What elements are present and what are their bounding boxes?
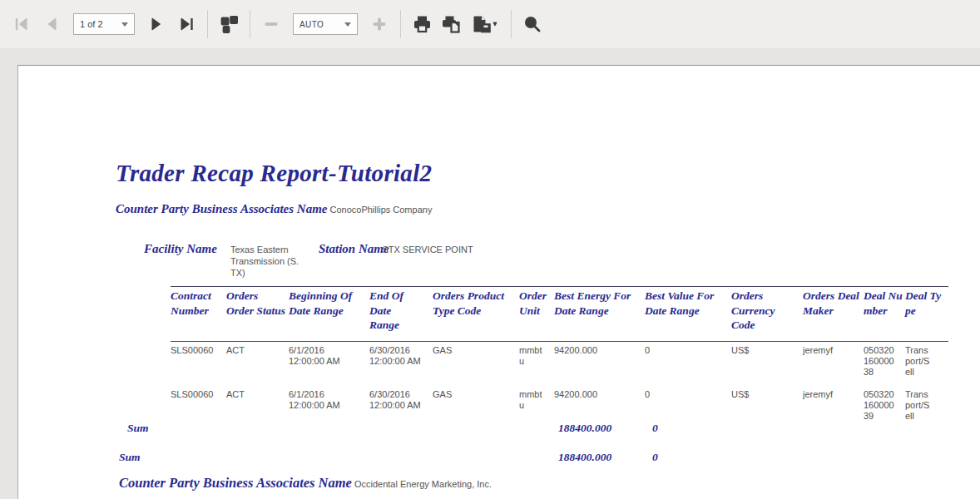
column-header: Best Value For Date Range	[645, 289, 731, 333]
multi-page-view-icon	[220, 15, 238, 33]
search-icon	[523, 15, 542, 33]
counter-party-value: ConocoPhillips Company	[329, 202, 432, 215]
counter-party-label: Counter Party Business Associates Name	[119, 475, 352, 492]
first-page-button[interactable]	[9, 9, 34, 39]
column-header: Deal Type	[905, 289, 945, 333]
table-cell: 6/1/2016 12:00:00 AM	[289, 389, 369, 433]
export-icon	[472, 15, 500, 34]
zoom-level-value: AUTO	[299, 20, 324, 29]
table-cell: jeremyf	[803, 345, 864, 389]
group-sum-best-energy: 188400.000	[558, 422, 611, 435]
table-cell: jeremyf	[803, 389, 864, 433]
counter-party-label: Counter Party Business Associates Name	[116, 202, 327, 216]
table-cell: 05032016000039	[864, 389, 905, 433]
group-sum-best-value: 0	[652, 422, 658, 435]
last-page-button[interactable]	[174, 9, 199, 39]
multi-page-view-button[interactable]	[216, 9, 241, 39]
toolbar-separator	[511, 10, 512, 38]
print-button[interactable]	[409, 9, 434, 39]
table-header-rule	[171, 341, 948, 342]
previous-page-button[interactable]	[39, 9, 64, 39]
counter-party-row-1: Counter Party Business Associates Name C…	[116, 202, 432, 216]
last-page-icon	[178, 16, 195, 32]
first-page-icon	[13, 16, 30, 32]
print-layout-icon	[442, 15, 462, 34]
table-cell: SLS00060	[171, 345, 226, 389]
toolbar-separator	[400, 10, 401, 38]
report-toolbar: 1 of 2 A	[0, 0, 980, 48]
search-button[interactable]	[520, 9, 545, 39]
toolbar-separator	[250, 10, 250, 38]
report-title: Trader Recap Report-Tutorial2	[116, 160, 432, 187]
table-cell: ACT	[226, 345, 289, 389]
report-sum-label: Sum	[119, 451, 141, 464]
export-button[interactable]	[469, 9, 502, 39]
table-cell: ACT	[226, 389, 289, 433]
station-name-value: STX SERVICE POINT	[378, 245, 478, 256]
table-cell: GAS	[433, 389, 519, 433]
next-page-button[interactable]	[144, 9, 169, 39]
counter-party-value: Occidental Energy Marketing, Inc.	[354, 475, 492, 489]
table-body: SLS00060ACT6/1/2016 12:00:00 AM6/30/2016…	[171, 345, 945, 433]
facility-name-value: Texas Eastern Transmission (S. TX)	[230, 245, 302, 279]
table-cell: US$	[731, 389, 803, 433]
chevron-down-icon	[344, 22, 351, 27]
report-sum-best-value: 0	[652, 451, 658, 464]
table-cell: 6/1/2016 12:00:00 AM	[289, 345, 369, 389]
report-viewport[interactable]: Trader Recap Report-Tutorial2 Counter Pa…	[0, 48, 980, 499]
column-header: Contract Number	[171, 289, 226, 333]
page-number-value: 1 of 2	[80, 19, 103, 29]
table-top-rule	[171, 286, 948, 287]
table-cell: 6/30/2016 12:00:00 AM	[369, 345, 433, 389]
column-header: Orders Deal Maker	[803, 289, 864, 333]
facility-name-label: Facility Name	[144, 242, 217, 256]
zoom-out-button[interactable]	[259, 9, 284, 39]
column-header: Beginning Of Date Range	[289, 289, 369, 333]
table-cell: 6/30/2016 12:00:00 AM	[369, 389, 433, 433]
print-icon	[413, 15, 432, 34]
column-header: Orders Product Type Code	[433, 289, 519, 333]
table-cell: Transport/Sell	[905, 345, 945, 389]
column-header: Order Unit	[519, 289, 554, 333]
table-header-row: Contract NumberOrders Order StatusBeginn…	[171, 289, 945, 333]
report-sum-best-energy: 188400.000	[558, 451, 611, 464]
table-cell: 0	[645, 345, 731, 389]
counter-party-row-2: Counter Party Business Associates Name O…	[119, 475, 492, 492]
print-layout-button[interactable]	[439, 9, 464, 39]
previous-page-icon	[43, 16, 60, 32]
table-row: SLS00060ACT6/1/2016 12:00:00 AM6/30/2016…	[171, 345, 945, 389]
group-sum-label: Sum	[127, 422, 149, 435]
column-header: Orders Order Status	[226, 289, 289, 333]
column-header: Best Energy For Date Range	[554, 289, 645, 333]
table-cell: GAS	[433, 345, 519, 389]
column-header: Orders Currency Code	[731, 289, 803, 333]
table-cell: mmbtu	[519, 345, 554, 389]
column-header: End Of Date Range	[369, 289, 433, 333]
table-cell: US$	[731, 345, 803, 389]
zoom-level-select[interactable]: AUTO	[293, 13, 358, 35]
next-page-icon	[148, 16, 165, 32]
table-cell: 05032016000038	[864, 345, 905, 389]
column-header: Deal Number	[864, 289, 905, 333]
table-cell: mmbtu	[519, 389, 554, 433]
zoom-in-icon	[371, 16, 388, 32]
table-cell: SLS00060	[171, 389, 226, 433]
page-number-select[interactable]: 1 of 2	[73, 13, 135, 35]
zoom-out-icon	[263, 16, 280, 32]
table-cell: Transport/Sell	[905, 389, 945, 433]
zoom-in-button[interactable]	[367, 9, 392, 39]
toolbar-separator	[207, 10, 208, 38]
report-viewer-window: 1 of 2 A	[0, 0, 980, 499]
chevron-down-icon	[121, 22, 128, 27]
table-cell: 94200.000	[554, 345, 645, 389]
report-page: Trader Recap Report-Tutorial2 Counter Pa…	[17, 65, 980, 499]
